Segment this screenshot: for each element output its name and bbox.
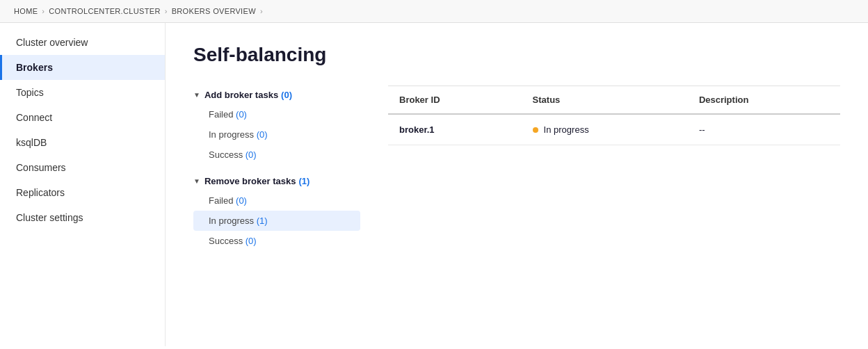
add-broker-failed[interactable]: Failed (0) <box>193 104 360 124</box>
remove-broker-tasks-count: (1) <box>298 176 310 186</box>
sidebar: Cluster overview Brokers Topics Connect … <box>0 23 166 346</box>
remove-broker-tasks-label: Remove broker tasks <box>204 176 296 186</box>
remove-broker-tasks-header[interactable]: ▼ Remove broker tasks (1) <box>193 172 360 190</box>
add-broker-task-group: ▼ Add broker tasks (0) Failed (0) In pro… <box>193 86 360 165</box>
add-success-count: (0) <box>246 149 257 160</box>
remove-broker-success[interactable]: Success (0) <box>193 231 360 251</box>
main-layout: Cluster overview Brokers Topics Connect … <box>0 23 868 346</box>
remove-broker-inprogress[interactable]: In progress (1) <box>193 211 360 231</box>
add-failed-label: Failed <box>209 109 233 120</box>
breadcrumb-cluster[interactable]: CONTROLCENTER.CLUSTER <box>49 7 160 15</box>
table-body: broker.1 In progress -- <box>388 114 840 145</box>
breadcrumb-sep-1: › <box>42 7 45 15</box>
remove-inprogress-count: (1) <box>257 216 268 226</box>
main-content: Self-balancing ▼ Add broker tasks (0) Fa… <box>166 23 868 346</box>
status-text: In progress <box>544 124 589 135</box>
add-success-label: Success <box>209 149 243 160</box>
content-area: ▼ Add broker tasks (0) Failed (0) In pro… <box>193 86 840 258</box>
remove-inprogress-label: In progress <box>209 216 254 226</box>
breadcrumb-sep-3: › <box>260 7 263 15</box>
col-broker-id: Broker ID <box>388 86 522 115</box>
breadcrumb: HOME › CONTROLCENTER.CLUSTER › BROKERS O… <box>0 0 868 23</box>
sidebar-item-replicators[interactable]: Replicators <box>0 180 165 205</box>
add-broker-inprogress[interactable]: In progress (0) <box>193 124 360 145</box>
col-status: Status <box>522 86 688 115</box>
table-header: Broker ID Status Description <box>388 86 840 115</box>
table-area: Broker ID Status Description broker.1 In <box>388 86 840 258</box>
broker-id-cell: broker.1 <box>388 114 522 145</box>
sidebar-item-ksqldb[interactable]: ksqlDB <box>0 130 165 155</box>
remove-failed-label: Failed <box>209 195 233 206</box>
remove-broker-task-group: ▼ Remove broker tasks (1) Failed (0) In … <box>193 172 360 251</box>
triangle-icon-remove: ▼ <box>193 177 200 185</box>
table-header-row: Broker ID Status Description <box>388 86 840 115</box>
add-inprogress-count: (0) <box>257 129 268 140</box>
add-failed-count: (0) <box>236 109 247 120</box>
status-dot-inprogress <box>533 127 538 133</box>
add-broker-tasks-label: Add broker tasks <box>204 90 278 100</box>
add-broker-tasks-header[interactable]: ▼ Add broker tasks (0) <box>193 86 360 104</box>
status-cell-content: In progress <box>533 124 677 135</box>
remove-failed-count: (0) <box>236 195 247 206</box>
table-row: broker.1 In progress -- <box>388 114 840 145</box>
tasks-panel: ▼ Add broker tasks (0) Failed (0) In pro… <box>193 86 360 258</box>
add-broker-tasks-count: (0) <box>281 90 292 100</box>
remove-broker-failed[interactable]: Failed (0) <box>193 190 360 211</box>
sidebar-item-cluster-overview[interactable]: Cluster overview <box>0 30 165 55</box>
add-inprogress-label: In progress <box>209 129 254 140</box>
triangle-icon-add: ▼ <box>193 91 200 99</box>
status-cell: In progress <box>522 114 688 145</box>
breadcrumb-brokers[interactable]: BROKERS OVERVIEW <box>172 7 256 15</box>
remove-success-label: Success <box>209 236 243 246</box>
sidebar-item-brokers[interactable]: Brokers <box>0 55 165 80</box>
sidebar-item-topics[interactable]: Topics <box>0 80 165 105</box>
brokers-table: Broker ID Status Description broker.1 In <box>388 86 840 145</box>
sidebar-item-connect[interactable]: Connect <box>0 105 165 130</box>
sidebar-item-cluster-settings[interactable]: Cluster settings <box>0 205 165 230</box>
add-broker-success[interactable]: Success (0) <box>193 145 360 165</box>
breadcrumb-sep-2: › <box>165 7 168 15</box>
description-cell: -- <box>688 114 840 145</box>
breadcrumb-home[interactable]: HOME <box>14 7 38 15</box>
col-description: Description <box>688 86 840 115</box>
page-title: Self-balancing <box>193 44 840 66</box>
sidebar-item-consumers[interactable]: Consumers <box>0 155 165 180</box>
remove-success-count: (0) <box>246 236 257 246</box>
